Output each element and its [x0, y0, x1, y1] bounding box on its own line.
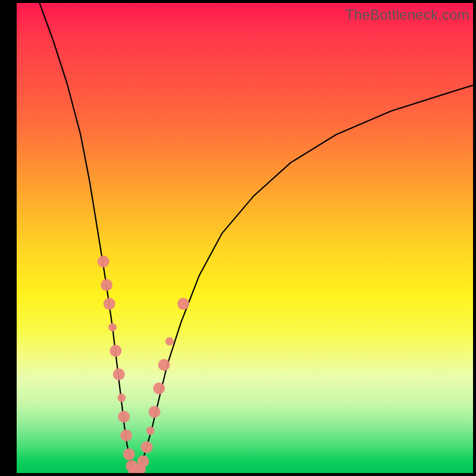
curve-left: [39, 3, 136, 473]
data-marker: [137, 455, 149, 467]
chart-svg: [17, 3, 473, 473]
data-marker: [118, 411, 130, 422]
data-marker: [98, 256, 109, 268]
data-marker: [123, 448, 135, 460]
data-marker: [101, 279, 112, 291]
data-marker: [158, 359, 170, 371]
data-marker: [149, 406, 161, 418]
chart-frame: TheBottleneck.com: [0, 0, 476, 476]
data-marker: [104, 298, 115, 310]
data-marker: [146, 427, 155, 435]
data-marker: [120, 430, 132, 441]
plot-area: TheBottleneck.com: [17, 3, 473, 473]
data-marker: [109, 345, 121, 357]
data-marker: [108, 323, 117, 331]
data-marker: [113, 368, 125, 380]
curve-right: [137, 85, 473, 473]
data-marker: [141, 441, 153, 453]
markers-group: [98, 256, 189, 474]
data-marker: [153, 383, 165, 394]
data-marker: [177, 298, 189, 310]
data-marker: [165, 337, 174, 346]
data-marker: [117, 394, 126, 402]
watermark-text: TheBottleneck.com: [345, 7, 469, 23]
